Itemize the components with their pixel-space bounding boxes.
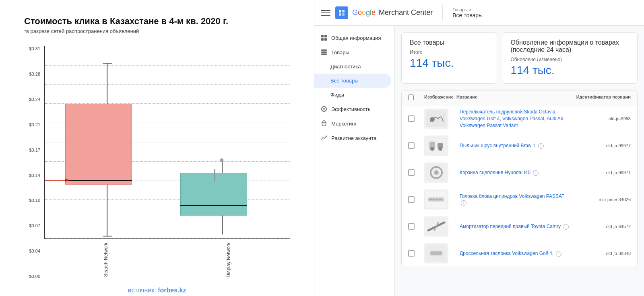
update-info-card: Обновление информации о товарах (последн… [502, 32, 638, 84]
x-label-display: Display Network [226, 243, 231, 278]
product-id-3: min-price-34026 [574, 197, 631, 202]
display-whisker-top-v [222, 162, 223, 173]
product-id-1: old-jn-99977 [574, 143, 631, 148]
product-id-0: old-jn-9998 [574, 116, 631, 121]
col-image: Изображение [424, 95, 456, 101]
svg-point-14 [323, 108, 325, 110]
svg-rect-15 [426, 111, 446, 127]
display-whisker-top-area [214, 169, 215, 181]
total-value: 114 тыс. [410, 57, 489, 70]
sidebar: Общая информация Товары Диагностика [314, 26, 395, 296]
main-content: Все товары Итого 114 тыс. Обновление инф… [395, 26, 644, 296]
svg-rect-3 [342, 10, 345, 12]
product-name-3[interactable]: Головка блока цилиндров Volkswagen PASSA… [456, 193, 574, 207]
svg-rect-11 [321, 51, 327, 53]
table-icon [321, 49, 327, 56]
chart-title: Стоимость клика в Казахстане в 4-м кв. 2… [24, 16, 290, 27]
product-name-4[interactable]: Амортизатор передний правый Toyota Camry… [456, 223, 574, 230]
row-checkbox-1[interactable] [408, 142, 424, 149]
col-name: Название [456, 95, 574, 101]
row-checkbox-3[interactable] [408, 196, 424, 203]
col-check [408, 95, 424, 101]
svg-rect-36 [430, 251, 442, 255]
hamburger-menu[interactable] [321, 8, 330, 18]
product-name-5[interactable]: Дроссельная заслонка Volkswagen Golf 4, … [456, 250, 574, 257]
sidebar-label-products: Товары [331, 49, 349, 56]
row-checkbox-4[interactable] [408, 223, 424, 230]
sidebar-item-marketing[interactable]: Маркетинг [314, 116, 391, 131]
search-box [65, 104, 132, 185]
table-row: Корзина сцепления Hyundai I40 i old-jn-9… [402, 159, 637, 186]
row-image-3 [424, 189, 456, 210]
sidebar-item-account-dev[interactable]: Развитие аккаунта [314, 131, 391, 145]
product-image-0 [424, 109, 448, 129]
brand-logo: Google Google Merchant Center Merchant C… [335, 6, 433, 19]
svg-rect-6 [321, 35, 324, 37]
y-axis: $0.00$0.04$0.07$0.10$0.14$0.17$0.21$0.24… [24, 46, 44, 279]
row-checkbox-2[interactable] [408, 169, 424, 176]
display-top-dot [220, 158, 223, 162]
sidebar-item-feeds[interactable]: Фиды [314, 88, 391, 102]
product-name-2[interactable]: Корзина сцепления Hyundai I40 i [456, 169, 574, 176]
sidebar-label-feeds: Фиды [330, 92, 344, 98]
all-products-title: Все товары [410, 39, 489, 46]
sidebar-label-marketing: Маркетинг [331, 121, 357, 127]
table-row: Переключатель подрулевой Skoda Octavia, … [402, 105, 637, 132]
y-label-8: $0.28 [24, 72, 40, 76]
google-brand-text: Google [352, 8, 376, 17]
products-table: Изображение Название Идентификатор позиц… [401, 90, 638, 267]
source-text: источник: forbes.kz [24, 287, 290, 294]
svg-point-21 [438, 147, 442, 151]
left-panel: Стоимость клика в Казахстане в 4-м кв. 2… [0, 0, 314, 296]
svg-point-25 [436, 172, 437, 173]
merchant-center-label: Merchant Center [379, 8, 433, 17]
table-row: Головка блока цилиндров Volkswagen PASSA… [402, 186, 637, 213]
svg-rect-2 [339, 10, 341, 12]
svg-rect-12 [321, 53, 327, 55]
breadcrumb: Товары > Все товары [452, 7, 483, 18]
chart-icon [321, 135, 327, 141]
product-name-1[interactable]: Пыльник шрус внутренний Bmw 1 i [456, 142, 574, 149]
search-whisker-top-line [107, 64, 107, 104]
y-label-4: $0.14 [24, 173, 40, 178]
product-image-1 [424, 136, 448, 156]
row-image-5 [424, 243, 456, 263]
content-area: Общая информация Товары Диагностика [314, 26, 644, 296]
row-image-1 [424, 136, 456, 156]
sidebar-label-performance: Эффективность [331, 106, 371, 112]
svg-rect-17 [426, 138, 446, 154]
top-bar: Google Google Merchant Center Merchant C… [314, 0, 644, 26]
sidebar-item-performance[interactable]: Эффективность [314, 102, 391, 116]
sidebar-item-diagnostics[interactable]: Диагностика [314, 60, 391, 74]
chart-subtitle: *в разрезе сетей распространения объявле… [24, 28, 290, 34]
info-icon-1: i [538, 143, 544, 149]
search-whisker-bottom-line [107, 185, 107, 236]
sidebar-item-all-products[interactable]: Все товары [314, 74, 391, 88]
sidebar-item-products[interactable]: Товары [314, 45, 391, 60]
display-whisker-v [222, 216, 223, 235]
total-products-card: Все товары Итого 114 тыс. [401, 32, 497, 84]
product-image-3 [424, 189, 448, 210]
table-row: Пыльник шрус внутренний Bmw 1 i old-jn-9… [402, 132, 637, 159]
bag-icon [321, 120, 327, 127]
svg-rect-30 [436, 199, 438, 200]
y-label-1: $0.04 [24, 249, 40, 253]
product-image-4 [424, 216, 448, 236]
circle-icon [321, 106, 327, 112]
product-name-0[interactable]: Переключатель подрулевой Skoda Octavia, … [456, 109, 574, 129]
row-checkbox-5[interactable] [408, 250, 424, 257]
breadcrumb-top: Товары > [452, 7, 483, 12]
red-arrow [45, 178, 69, 182]
updated-label: Обновлено (изменено) [510, 57, 629, 62]
brand-square-icon [335, 6, 348, 19]
sidebar-item-overview[interactable]: Общая информация [314, 31, 391, 45]
table-row: Амортизатор передний правый Toyota Camry… [402, 213, 637, 240]
chart-area: $0.00$0.04$0.07$0.10$0.14$0.17$0.21$0.24… [24, 46, 290, 279]
source-prefix: источник: [128, 287, 158, 294]
search-whisker-top-cap [103, 63, 112, 64]
header-checkbox[interactable] [408, 95, 414, 100]
svg-rect-5 [342, 13, 345, 16]
row-checkbox-0[interactable] [408, 115, 424, 122]
svg-point-16 [430, 117, 435, 122]
sidebar-label-diagnostics: Диагностика [330, 64, 361, 70]
